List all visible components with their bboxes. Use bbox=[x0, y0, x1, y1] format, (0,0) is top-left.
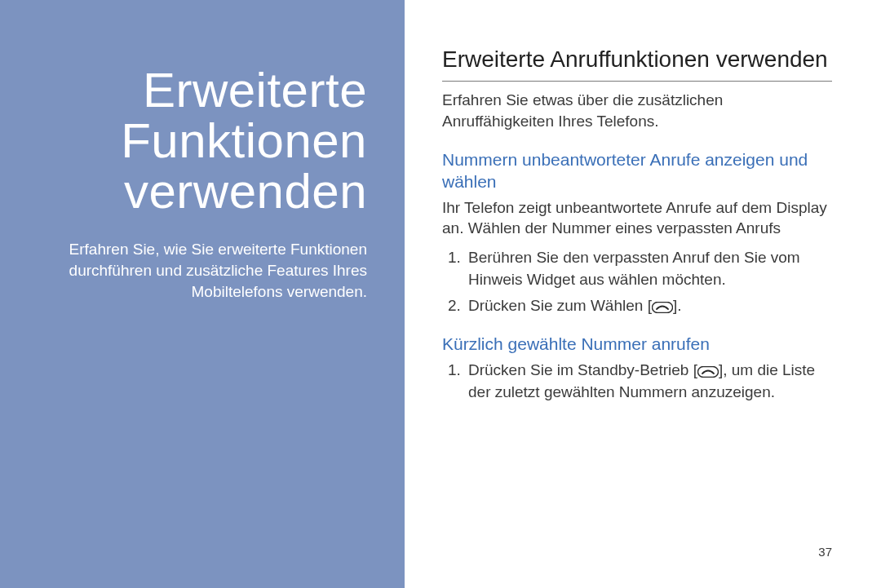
subsection-body: Ihr Telefon zeigt unbeantwortete Anrufe … bbox=[442, 197, 832, 239]
section-intro: Erfahren Sie etwas über die zusätzlichen… bbox=[442, 90, 832, 131]
step-item: Berühren Sie den verpassten Anruf den Si… bbox=[465, 247, 832, 290]
svg-rect-1 bbox=[697, 367, 718, 378]
chapter-title-line: Erweiterte bbox=[143, 63, 367, 117]
chapter-description: Erfahren Sie, wie Sie erweiterte Funktio… bbox=[0, 239, 367, 302]
chapter-title-line: verwenden bbox=[124, 164, 367, 219]
subsection-heading-missed-calls: Nummern unbeantworteter Anrufe anzeigen … bbox=[442, 149, 832, 192]
page-number: 37 bbox=[818, 545, 832, 559]
chapter-title: Erweiterte Funktionen verwenden bbox=[0, 65, 367, 216]
step-item: Drücken Sie zum Wählen []. bbox=[465, 295, 832, 317]
content-panel: Erweiterte Anruffunktionen verwenden Erf… bbox=[405, 0, 881, 588]
step-text: Berühren Sie den verpassten Anruf den Si… bbox=[468, 249, 800, 288]
subsection-heading-recent-dialed: Kürzlich gewählte Nummer anrufen bbox=[442, 334, 832, 355]
step-text: Drücken Sie zum Wählen bbox=[468, 297, 643, 314]
steps-list-recent-dialed: Drücken Sie im Standby-Betrieb [], um di… bbox=[442, 360, 832, 403]
call-button-icon bbox=[697, 366, 719, 378]
chapter-title-line: Funktionen bbox=[121, 113, 367, 168]
steps-list-missed-calls: Berühren Sie den verpassten Anruf den Si… bbox=[442, 247, 832, 317]
step-suffix: . bbox=[677, 297, 681, 314]
svg-rect-0 bbox=[652, 303, 672, 313]
call-button-icon bbox=[652, 302, 673, 313]
manual-page: Erweiterte Funktionen verwenden Erfahren… bbox=[0, 0, 881, 588]
step-item: Drücken Sie im Standby-Betrieb [], um di… bbox=[465, 360, 832, 403]
step-text-prefix: Drücken Sie im Standby-Betrieb bbox=[468, 361, 688, 378]
chapter-title-panel: Erweiterte Funktionen verwenden Erfahren… bbox=[0, 0, 405, 588]
section-heading: Erweiterte Anruffunktionen verwenden bbox=[442, 46, 832, 82]
